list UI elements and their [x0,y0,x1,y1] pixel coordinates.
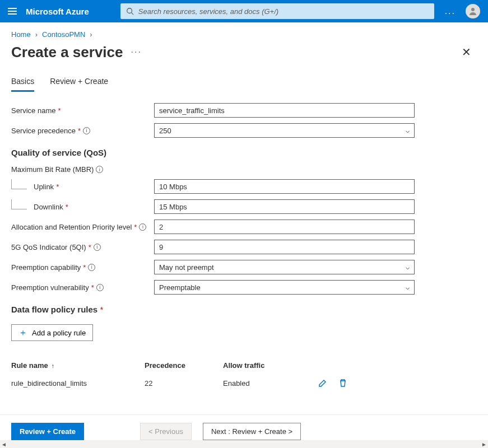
tab-bar: Basics Review + Create [0,67,488,92]
info-icon[interactable]: i [96,166,103,173]
required-asterisk: * [56,183,59,191]
svg-line-1 [131,13,133,15]
chevron-right-icon: › [35,30,38,39]
chevron-right-icon: › [90,30,92,39]
service-precedence-select[interactable]: 250 ⌵ [154,123,415,138]
breadcrumb: Home › ContosoPMN › [0,22,488,42]
global-search[interactable] [120,3,434,19]
rules-table: Rule name ↑ Precedence Allow traffic rul… [11,357,403,392]
delete-icon[interactable] [338,379,347,388]
rules-header-text: Data flow policy rules [11,305,97,314]
page-more-icon[interactable]: ··· [131,47,141,57]
sort-asc-icon: ↑ [51,362,54,369]
required-asterisk: * [58,106,61,115]
service-precedence-label: Service precedence [11,127,76,135]
info-icon[interactable]: i [94,244,101,251]
fiveqi-input[interactable] [154,240,415,254]
required-asterisk: * [89,243,91,251]
edit-icon[interactable] [318,379,327,388]
preempt-vuln-label: Preemption vulnerability [11,283,89,292]
cell-allow: Enabled [223,379,318,388]
plus-icon: ＋ [18,328,27,337]
svg-point-0 [127,8,132,13]
tab-review-create[interactable]: Review + Create [50,77,108,92]
arp-input[interactable] [154,220,415,234]
horizontal-scrollbar[interactable]: ◄ ► [0,440,488,448]
breadcrumb-resource[interactable]: ContosoPMN [42,30,85,39]
info-icon[interactable]: i [83,127,90,134]
service-name-input[interactable] [154,103,415,118]
tree-connector-icon [11,179,27,189]
preempt-cap-label: Preemption capability [11,263,81,272]
tree-connector-icon [11,199,27,209]
scroll-left-icon[interactable]: ◄ [1,441,7,447]
chevron-down-icon: ⌵ [406,127,410,134]
svg-point-2 [471,8,475,11]
required-asterisk: * [91,283,94,292]
required-asterisk: * [66,203,68,211]
close-icon[interactable]: ✕ [456,43,477,61]
required-asterisk: * [134,223,137,231]
required-asterisk: * [83,263,86,272]
info-icon[interactable]: i [88,264,95,271]
preempt-cap-select[interactable]: May not preempt ⌵ [154,260,415,274]
required-asterisk: * [100,305,103,314]
table-header: Rule name ↑ Precedence Allow traffic [11,357,403,374]
preempt-vuln-value: Preemptable [159,283,201,292]
form-body: Service name * Service precedence * i 25… [0,92,488,392]
scroll-right-icon[interactable]: ► [481,441,487,447]
qos-section-header: Quality of service (QoS) [11,148,477,157]
column-precedence[interactable]: Precedence [145,361,223,370]
downlink-label: Downlink [34,203,63,211]
page-title: Create a service [11,44,123,61]
table-row: rule_bidirectional_limits 22 Enabled [11,374,403,392]
user-avatar[interactable] [466,4,480,18]
brand-label: Microsoft Azure [26,7,89,16]
tab-basics[interactable]: Basics [11,77,34,92]
service-name-label: Service name [11,106,55,115]
uplink-input[interactable] [154,179,415,194]
search-icon [126,7,134,15]
breadcrumb-home[interactable]: Home [11,30,31,39]
column-rule-name[interactable]: Rule name ↑ [11,361,145,370]
chevron-down-icon: ⌵ [406,263,410,271]
arp-label: Allocation and Retention Priority level [11,223,132,231]
next-button[interactable]: Next : Review + Create > [203,423,301,440]
info-icon[interactable]: i [96,284,104,291]
column-allow-traffic[interactable]: Allow traffic [223,361,318,370]
add-policy-rule-button[interactable]: ＋ Add a policy rule [11,324,93,341]
more-icon[interactable]: ... [445,6,456,16]
page-header: Create a service ··· ✕ [0,42,488,67]
mbr-label: Maximum Bit Rate (MBR) [11,165,94,174]
required-asterisk: * [78,127,81,135]
cell-rule-name: rule_bidirectional_limits [11,379,145,388]
uplink-label: Uplink [34,183,54,191]
review-create-button[interactable]: Review + Create [11,423,84,440]
add-rule-label: Add a policy rule [32,329,86,337]
previous-button: < Previous [140,423,192,440]
rules-section-header: Data flow policy rules * [11,305,477,314]
chevron-down-icon: ⌵ [406,283,410,291]
azure-topbar: Microsoft Azure ... [0,0,488,22]
service-precedence-value: 250 [159,127,171,135]
info-icon[interactable]: i [139,223,146,231]
cell-precedence: 22 [145,379,223,388]
preempt-vuln-select[interactable]: Preemptable ⌵ [154,280,415,295]
search-input[interactable] [138,7,429,16]
downlink-input[interactable] [154,199,415,214]
preempt-cap-value: May not preempt [159,263,214,272]
menu-icon[interactable] [8,8,17,15]
fiveqi-label: 5G QoS Indicator (5QI) [11,243,86,251]
wizard-footer: Review + Create < Previous Next : Review… [0,414,488,440]
